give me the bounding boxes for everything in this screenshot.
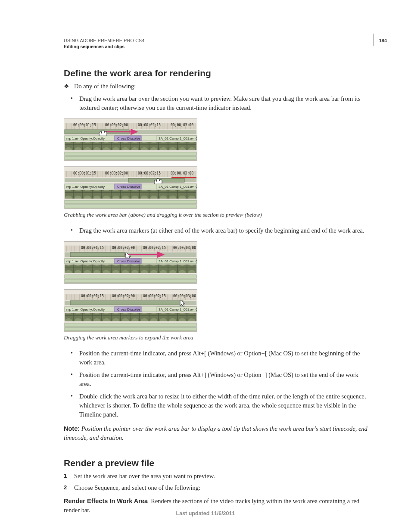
transition-label: Cross Dissolve [117, 137, 140, 140]
svg-rect-32 [65, 200, 196, 204]
svg-text:Cross Dissolve: Cross Dissolve [117, 259, 140, 263]
svg-text:00;00;02;00: 00;00;02;00 [112, 294, 135, 298]
svg-rect-13 [65, 142, 196, 150]
svg-text:3A_01 Comp 1_001.avi Opac: 3A_01 Comp 1_001.avi Opac [159, 308, 197, 311]
svg-rect-68 [65, 327, 196, 331]
figure-work-area-bar: 00;00;01;15 00;00;02;00 00;00;02;15 00;0… [64, 118, 368, 209]
timecode: 00;00;02;00 [105, 123, 128, 127]
step-item: Choose Sequence, and select one of the f… [64, 483, 368, 492]
header-chapter: Editing sequences and clips [64, 44, 368, 49]
timecode: 00;00;01;15 [73, 123, 96, 127]
running-header: USING ADOBE PREMIERE PRO CS4 Editing seq… [64, 38, 368, 49]
svg-rect-33 [65, 205, 196, 208]
svg-rect-50 [65, 275, 196, 278]
svg-text:00;00;03;00: 00;00;03;00 [173, 246, 196, 250]
svg-text:00;00;03;00: 00;00;03;00 [171, 171, 193, 175]
svg-text:00;00;02;15: 00;00;02;15 [138, 171, 161, 175]
list-item: Position the current-time indicator, and… [71, 370, 368, 389]
page-number: 184 [379, 38, 387, 43]
svg-text:mp 1.avi Opacity:Opacity: mp 1.avi Opacity:Opacity [66, 185, 105, 189]
svg-text:00;00;02;15: 00;00;02;15 [143, 246, 166, 250]
svg-text:00;00;03;00: 00;00;03;00 [173, 294, 196, 298]
figure-caption: Grabbing the work area bar (above) and d… [64, 212, 368, 218]
heading-define-work-area: Define the work area for rendering [64, 68, 368, 78]
note-label: Note: [64, 425, 80, 432]
svg-rect-15 [65, 156, 196, 160]
svg-text:Cross Dissolve: Cross Dissolve [117, 308, 140, 311]
list-item: Drag the work area bar over the section … [71, 94, 368, 112]
svg-rect-49 [65, 264, 196, 273]
list-item: Drag the work area markers (at either en… [71, 226, 368, 235]
svg-text:00;00;01;15: 00;00;01;15 [81, 294, 104, 298]
note-body: Position the pointer over the work area … [64, 425, 367, 441]
svg-text:3A_01 Comp 1_001.avi Opac: 3A_01 Comp 1_001.avi Opac [159, 185, 197, 189]
svg-rect-51 [65, 279, 196, 283]
svg-text:00;00;01;15: 00;00;01;15 [81, 246, 104, 250]
lead-instruction: ❖ Do any of the following: [64, 82, 368, 91]
note: Note: Position the pointer over the work… [64, 424, 368, 442]
svg-rect-66 [65, 313, 196, 321]
list-item: Position the current-time indicator, and… [71, 349, 368, 367]
svg-text:00;00;01;15: 00;00;01;15 [73, 171, 96, 175]
clip-label: mp 1.avi Opacity:Opacity [66, 137, 105, 140]
svg-text:00;00;02;00: 00;00;02;00 [112, 246, 135, 250]
footer-last-updated: Last updated 11/6/2011 [0, 510, 411, 516]
list-item: Double-click the work area bar to resize… [71, 392, 368, 419]
clip-label: 3A_01 Comp 1_001.avi Opac [159, 137, 197, 140]
timecode: 00;00;03;00 [171, 123, 193, 127]
header-product: USING ADOBE PREMIERE PRO CS4 [64, 38, 368, 43]
svg-text:mp 1.avi Opacity:Opacity: mp 1.avi Opacity:Opacity [66, 308, 105, 311]
svg-rect-14 [65, 152, 196, 156]
svg-rect-41 [70, 252, 125, 257]
svg-rect-31 [65, 190, 196, 199]
figure-caption: Dragging the work area markers to expand… [64, 334, 368, 341]
svg-text:3A_01 Comp 1_001.avi Opac: 3A_01 Comp 1_001.avi Opac [159, 259, 197, 263]
svg-text:00;00;02;00: 00;00;02;00 [105, 171, 128, 175]
diamond-bullet-icon: ❖ [64, 82, 70, 91]
step-item: Set the work area bar over the area you … [64, 472, 368, 481]
heading-render-preview: Render a preview file [64, 458, 368, 468]
definition-term: Render Effects In Work Area [64, 498, 148, 504]
timecode: 00;00;02;15 [138, 123, 161, 127]
svg-text:00;00;02;15: 00;00;02;15 [143, 294, 166, 298]
figure-work-area-markers: 00;00;01;15 00;00;02;00 00;00;02;15 00;0… [64, 241, 368, 332]
svg-rect-67 [65, 323, 196, 327]
svg-text:Cross Dissolve: Cross Dissolve [117, 185, 140, 189]
svg-text:mp 1.avi Opacity:Opacity: mp 1.avi Opacity:Opacity [66, 259, 105, 263]
svg-rect-59 [70, 301, 183, 305]
